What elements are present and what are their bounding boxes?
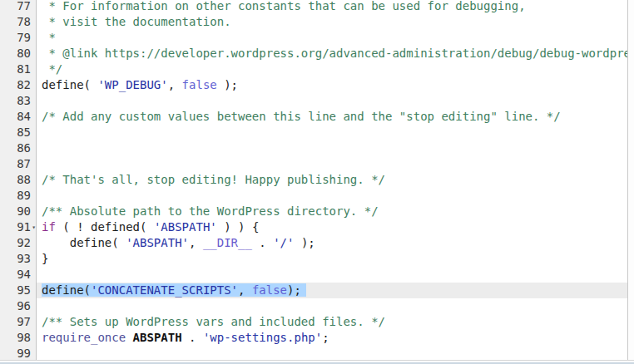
code-token: define( xyxy=(42,236,126,249)
code-line-text[interactable] xyxy=(37,125,627,140)
code-line[interactable]: 84/* Add any custom values between this … xyxy=(0,109,627,125)
code-token: if xyxy=(42,220,56,234)
code-token: ); xyxy=(294,236,315,249)
code-line-text[interactable] xyxy=(37,267,627,283)
code-line-text[interactable] xyxy=(37,298,627,314)
code-line-text[interactable]: * visit the documentation. xyxy=(37,14,627,30)
code-line-text[interactable]: define('CONCATENATE_SCRIPTS', false); xyxy=(37,283,627,298)
code-line[interactable]: 79 * xyxy=(0,30,627,46)
code-editor[interactable]: 77 * For information on other constants … xyxy=(0,0,634,364)
code-line-text[interactable]: * @link https://developer.wordpress.org/… xyxy=(37,46,627,61)
code-line[interactable]: 93} xyxy=(0,251,627,267)
line-number[interactable]: 82 xyxy=(0,77,37,93)
code-line[interactable]: 78 * visit the documentation. xyxy=(0,14,627,30)
line-number[interactable]: 93 xyxy=(0,251,37,267)
code-line-text[interactable]: * xyxy=(37,30,627,46)
code-line[interactable]: 99 xyxy=(0,346,627,360)
code-token: false xyxy=(182,78,217,91)
line-number[interactable]: 78 xyxy=(0,14,37,30)
code-line[interactable]: 95define('CONCATENATE_SCRIPTS', false); xyxy=(0,283,627,298)
code-line-text[interactable]: } xyxy=(37,251,627,267)
line-number[interactable]: 88 xyxy=(0,172,37,188)
code-line[interactable]: 97/** Sets up WordPress vars and include… xyxy=(0,314,627,330)
vertical-scrollbar[interactable] xyxy=(627,0,634,360)
code-token: } xyxy=(42,252,48,265)
line-number[interactable]: 86 xyxy=(0,140,37,156)
code-line-text[interactable]: * For information on other constants tha… xyxy=(37,0,627,14)
code-line-text[interactable] xyxy=(37,188,627,204)
code-line[interactable]: 91▾if ( ! defined( 'ABSPATH' ) ) { xyxy=(0,219,627,235)
code-token: require_once xyxy=(42,331,126,344)
code-line-text[interactable]: if ( ! defined( 'ABSPATH' ) ) { xyxy=(37,219,627,235)
code-token: 'wp-settings.php' xyxy=(203,331,322,344)
line-number[interactable]: 98 xyxy=(0,330,37,346)
code-token: ( ! defined( xyxy=(56,220,154,234)
code-line[interactable]: 88/* That's all, stop editing! Happy pub… xyxy=(0,172,627,188)
code-token: /** Sets up WordPress vars and included … xyxy=(42,315,385,328)
code-line-text[interactable] xyxy=(37,93,627,109)
code-line-text[interactable]: /** Absolute path to the WordPress direc… xyxy=(37,204,627,219)
code-token: * @link https://developer.wordpress.org/… xyxy=(42,47,627,60)
code-line-text[interactable]: /* That's all, stop editing! Happy publi… xyxy=(37,172,627,188)
code-line[interactable]: 82define( 'WP_DEBUG', false ); xyxy=(0,77,627,93)
code-token: , xyxy=(168,78,182,91)
code-token: * For information on other constants tha… xyxy=(42,0,526,12)
code-line[interactable]: 89 xyxy=(0,188,627,204)
line-number[interactable]: 92 xyxy=(0,235,37,251)
code-token: . xyxy=(182,331,203,344)
code-line[interactable]: 98require_once ABSPATH . 'wp-settings.ph… xyxy=(0,330,627,346)
code-line[interactable]: 90/** Absolute path to the WordPress dir… xyxy=(0,204,627,219)
code-line-text[interactable]: /** Sets up WordPress vars and included … xyxy=(37,314,627,330)
code-token: '/' xyxy=(273,236,294,249)
code-token: 'WP_DEBUG' xyxy=(97,78,167,91)
line-number[interactable]: 95 xyxy=(0,283,37,298)
line-number[interactable]: 77 xyxy=(0,0,37,14)
line-number[interactable]: 99 xyxy=(0,346,37,360)
line-number[interactable]: 81 xyxy=(0,61,37,77)
code-line[interactable]: 96 xyxy=(0,298,627,314)
line-number[interactable]: 96 xyxy=(0,298,37,314)
line-number[interactable]: 80 xyxy=(0,46,37,61)
code-token: /* That's all, stop editing! Happy publi… xyxy=(42,173,385,186)
code-line[interactable]: 77 * For information on other constants … xyxy=(0,0,627,14)
code-line[interactable]: 80 * @link https://developer.wordpress.o… xyxy=(0,46,627,61)
line-number[interactable]: 87 xyxy=(0,156,37,172)
code-token: * xyxy=(42,31,56,44)
fold-toggle-icon[interactable]: ▾ xyxy=(32,220,36,234)
code-token: * visit the documentation. xyxy=(42,15,231,28)
code-line[interactable]: 92 define( 'ABSPATH', __DIR__ . '/' ); xyxy=(0,235,627,251)
code-line-text[interactable]: /* Add any custom values between this li… xyxy=(37,109,627,125)
line-number[interactable]: 91▾ xyxy=(0,219,37,235)
code-line-text[interactable] xyxy=(37,346,627,360)
line-number[interactable]: 79 xyxy=(0,30,37,46)
code-token: ) ) { xyxy=(217,220,260,234)
line-number[interactable]: 94 xyxy=(0,267,37,283)
editor-scroll-area[interactable]: 77 * For information on other constants … xyxy=(0,0,627,360)
code-token: . xyxy=(252,236,273,249)
code-line[interactable]: 85 xyxy=(0,125,627,140)
code-token: */ xyxy=(42,62,62,76)
line-number[interactable]: 97 xyxy=(0,314,37,330)
code-token: define( xyxy=(42,78,97,91)
code-line[interactable]: 81 */ xyxy=(0,61,627,77)
code-token: , xyxy=(238,283,252,297)
line-number[interactable]: 84 xyxy=(0,109,37,125)
code-line-text[interactable]: */ xyxy=(37,61,627,77)
code-line-text[interactable] xyxy=(37,156,627,172)
code-line[interactable]: 86 xyxy=(0,140,627,156)
code-line[interactable]: 87 xyxy=(0,156,627,172)
line-number[interactable]: 90 xyxy=(0,204,37,219)
line-number[interactable]: 83 xyxy=(0,93,37,109)
code-lines-container: 77 * For information on other constants … xyxy=(0,0,627,360)
line-number[interactable]: 89 xyxy=(0,188,37,204)
code-line-text[interactable]: define( 'WP_DEBUG', false ); xyxy=(37,77,627,93)
code-line[interactable]: 83 xyxy=(0,93,627,109)
code-token: define( xyxy=(42,283,91,297)
line-number[interactable]: 85 xyxy=(0,125,37,140)
code-token: 'CONCATENATE_SCRIPTS' xyxy=(91,283,238,297)
code-line-text[interactable]: define( 'ABSPATH', __DIR__ . '/' ); xyxy=(37,235,627,251)
horizontal-scrollbar[interactable] xyxy=(0,360,634,364)
code-line[interactable]: 94 xyxy=(0,267,627,283)
code-line-text[interactable]: require_once ABSPATH . 'wp-settings.php'… xyxy=(37,330,627,346)
code-line-text[interactable] xyxy=(37,140,627,156)
